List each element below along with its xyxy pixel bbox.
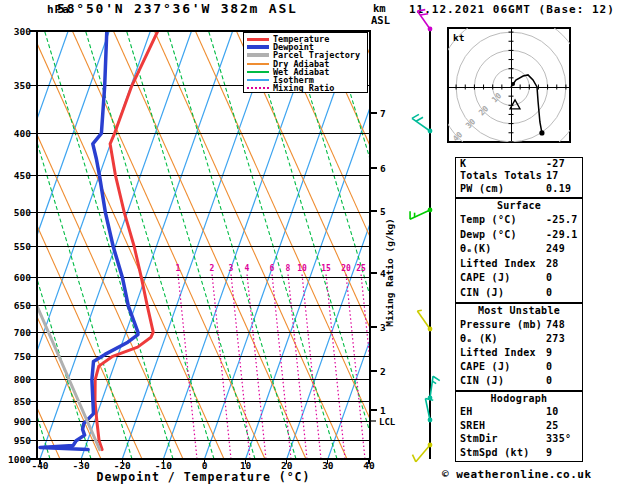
panel-row-label: EH: [460, 406, 473, 417]
x-axis-label: Dewpoint / Temperature (°C): [37, 470, 370, 484]
pressure-tick-label: 400: [14, 128, 31, 139]
pressure-tick-label: 350: [14, 80, 31, 91]
sounding-curves: [35, 31, 158, 450]
info-panel-indices: K-27Totals Totals17PW (cm)0.19: [455, 157, 583, 198]
panel-row: Lifted Index9: [456, 346, 582, 360]
info-panel-most-unstable: Most UnstablePressure (mb)748θₑ (K)273Li…: [455, 303, 583, 391]
panel-row-value: 0: [546, 271, 552, 285]
wind-barb: [412, 114, 432, 133]
legend-line-sample: [247, 87, 269, 89]
panel-row-value: 748: [546, 318, 565, 332]
pressure-tick-label: 750: [14, 351, 31, 362]
pressure-tick-label: 450: [14, 170, 31, 181]
legend-line-sample: [247, 71, 269, 73]
panel-row: CAPE (J)0: [456, 360, 582, 374]
skewt-sounding-app: hPa 58°50'N 237°36'W 382m ASL km ASL 11.…: [0, 0, 629, 486]
legend-box: TemperatureDewpointParcel TrajectoryDry …: [243, 32, 368, 93]
panel-row: θₑ (K)273: [456, 332, 582, 346]
mixing-ratio-value-label: 20: [341, 264, 351, 273]
panel-row-value: 249: [546, 242, 565, 256]
panel-row: Dewp (°C)-29.1: [456, 228, 582, 242]
panel-row: SREH25: [456, 419, 582, 432]
panel-row: θₑ(K)249: [456, 242, 582, 256]
pressure-tick-label: 850: [14, 396, 31, 407]
wind-barb-column: [410, 10, 440, 462]
pressure-tick-label: 600: [14, 272, 31, 283]
panel-row-value: 0: [546, 360, 552, 374]
parcel-trajectory-curve: [35, 300, 100, 449]
mixing-ratio-value-label: 15: [321, 264, 331, 273]
pressure-tick-label: 650: [14, 300, 31, 311]
legend-line-sample: [247, 53, 269, 57]
legend-line-sample: [247, 79, 269, 81]
panel-row-value: 335°: [546, 432, 571, 445]
mixing-ratio-value-label: 4: [245, 264, 250, 273]
mixing-ratio-value-label: 1: [176, 264, 181, 273]
panel-row: K-27: [456, 158, 582, 170]
km-tick-label: 6: [380, 163, 386, 174]
panel-row-value: 0: [546, 374, 552, 388]
km-tick-label: 2: [380, 366, 386, 377]
legend-item: Mixing Ratio: [247, 84, 365, 92]
wind-barb: [410, 208, 432, 220]
panel-row-label: StmSpd (kt): [460, 447, 530, 458]
panel-row-value: 25: [546, 419, 559, 432]
panel-row: CIN (J)0: [456, 374, 582, 388]
pressure-tick-label: 1000: [8, 454, 31, 465]
hodograph-panel: 10203040kt: [429, 5, 594, 170]
panel-row-value: 9: [546, 346, 552, 360]
panel-row: CAPE (J)0: [456, 271, 582, 285]
panel-row-label: Pressure (mb): [460, 319, 542, 330]
panel-row-value: -25.7: [546, 213, 578, 227]
legend-item-label: Mixing Ratio: [273, 84, 334, 92]
mixing-ratio-value-label: 8: [286, 264, 291, 273]
panel-row-label: PW (cm): [460, 183, 504, 194]
panel-row: CIN (J)0: [456, 286, 582, 300]
mixing-ratio-value-label: 6: [270, 264, 275, 273]
panel-row-label: StmDir: [460, 433, 498, 444]
footer-copyright: © weatheronline.co.uk: [442, 468, 592, 481]
panel-row-value: 9: [546, 446, 552, 459]
km-tick-label: 7: [380, 108, 386, 119]
pressure-tick-label: 950: [14, 435, 31, 446]
mixing-ratio-value-label: 10: [297, 264, 307, 273]
panel-row-value: 273: [546, 332, 565, 346]
panel-row-label: CIN (J): [460, 287, 504, 298]
panel-title: Hodograph: [456, 392, 582, 405]
legend-line-sample: [247, 63, 269, 65]
dewpoint-curve: [40, 31, 138, 450]
panel-row-label: SREH: [460, 420, 485, 431]
panel-row-label: K: [460, 158, 466, 169]
panel-title: Surface: [456, 199, 582, 213]
panel-row: EH10: [456, 405, 582, 418]
pressure-tick-label: 700: [14, 327, 31, 338]
pressure-tick-label: 500: [14, 207, 31, 218]
lcl-label: LCL: [379, 417, 396, 427]
panel-title: Most Unstable: [456, 304, 582, 318]
panel-row-label: θₑ(K): [460, 243, 492, 254]
panel-row: StmDir335°: [456, 432, 582, 445]
panel-row-label: Lifted Index: [460, 258, 536, 269]
mixing-ratio-value-label: 25: [356, 264, 366, 273]
panel-row: Temp (°C)-25.7: [456, 213, 582, 227]
panel-row-label: Lifted Index: [460, 347, 536, 358]
panel-row: StmSpd (kt)9: [456, 446, 582, 459]
panel-row-value: 28: [546, 257, 559, 271]
wind-barb: [425, 398, 433, 422]
legend-line-sample: [247, 45, 269, 49]
panel-row-label: Temp (°C): [460, 214, 517, 225]
panel-row-value: 0: [546, 286, 552, 300]
panel-row-label: CAPE (J): [460, 272, 511, 283]
pressure-tick-label: 800: [14, 374, 31, 385]
mixing-ratio-value-label: 2: [210, 264, 215, 273]
hodograph-unit-label: kt: [453, 32, 464, 43]
panel-row-value: -27: [546, 158, 565, 170]
panel-row-value: 17: [546, 170, 559, 182]
panel-row-label: CIN (J): [460, 375, 504, 386]
mixing-ratio-axis-label: Mixing Ratio (g/kg): [384, 203, 397, 343]
km-tick-label: 1: [380, 405, 386, 416]
panel-row-label: θₑ (K): [460, 333, 498, 344]
pressure-tick-label: 300: [14, 26, 31, 37]
panel-row: Lifted Index28: [456, 257, 582, 271]
panel-row-value: 0.19: [546, 183, 571, 195]
